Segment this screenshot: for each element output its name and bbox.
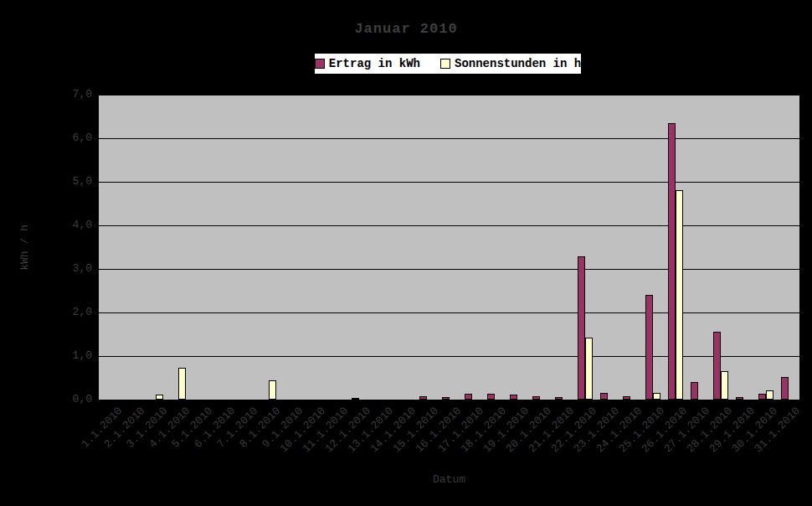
bar-ertrag-day30 — [758, 394, 766, 400]
bar-ertrag-day27 — [691, 382, 698, 400]
ertrag-swatch-icon — [315, 59, 325, 69]
bar-ertrag-day28 — [713, 332, 721, 400]
y-axis-title: kWh / h — [18, 210, 31, 286]
legend: Ertrag in kWh Sonnenstunden in h — [314, 53, 582, 75]
y-tick-label-3_0: 3,0 — [73, 262, 92, 275]
y-tick-label-2_0: 2,0 — [73, 306, 92, 318]
bar-sonnenstunden-day28 — [721, 371, 728, 400]
y-tick-label-5_0: 5,0 — [73, 175, 92, 188]
bar-sonnenstunden-day3 — [156, 395, 163, 400]
bar-sonnenstunden-day30 — [766, 390, 773, 400]
bar-ertrag-day21 — [555, 397, 563, 400]
gridline-2 — [99, 312, 799, 313]
gridline-3 — [99, 269, 799, 270]
bar-ertrag-day24 — [623, 396, 630, 400]
bar-ertrag-day25 — [645, 295, 653, 400]
bar-ertrag-day18 — [487, 394, 495, 400]
bar-ertrag-day23 — [600, 393, 608, 400]
x-axis-title: Datum — [99, 473, 799, 486]
plot-area — [99, 95, 799, 401]
legend-item-sonnenstunden: Sonnenstunden in h — [440, 57, 581, 70]
gridline-4 — [99, 225, 799, 226]
bar-ertrag-day29 — [736, 397, 743, 400]
bar-sonnenstunden-day26 — [676, 190, 683, 400]
gridline-7 — [99, 95, 799, 96]
bar-ertrag-day17 — [465, 394, 472, 400]
bar-sonnenstunden-day22 — [585, 338, 593, 400]
bar-ertrag-day31 — [781, 377, 789, 400]
legend-label-sonnenstunden: Sonnenstunden in h — [455, 57, 581, 70]
legend-item-ertrag: Ertrag in kWh — [315, 57, 420, 70]
gridline-5 — [99, 182, 799, 183]
bar-ertrag-day20 — [532, 396, 540, 400]
bar-ertrag-day22 — [578, 256, 585, 400]
legend-label-ertrag: Ertrag in kWh — [329, 57, 420, 70]
chart-title: Januar 2010 — [0, 21, 812, 37]
gridline-6 — [99, 138, 799, 139]
sonnenstunden-swatch-icon — [440, 59, 450, 69]
y-tick-label-7_0: 7,0 — [73, 88, 92, 101]
gridline-1 — [99, 356, 799, 357]
bar-ertrag-day12 — [352, 398, 359, 400]
bar-sonnenstunden-day25 — [653, 393, 660, 400]
bar-ertrag-day19 — [510, 395, 517, 400]
y-tick-label-1_0: 1,0 — [73, 349, 92, 362]
y-tick-label-6_0: 6,0 — [73, 132, 92, 144]
bar-ertrag-day16 — [442, 397, 450, 400]
y-tick-label-4_0: 4,0 — [73, 219, 92, 231]
bar-ertrag-day15 — [419, 396, 427, 400]
bar-sonnenstunden-day4 — [178, 368, 186, 400]
bar-sonnenstunden-day8 — [269, 380, 276, 400]
bar-ertrag-day26 — [668, 123, 676, 400]
y-tick-label-0_0: 0,0 — [73, 393, 92, 405]
chart-root: Januar 2010 Ertrag in kWh Sonnenstunden … — [0, 0, 812, 506]
